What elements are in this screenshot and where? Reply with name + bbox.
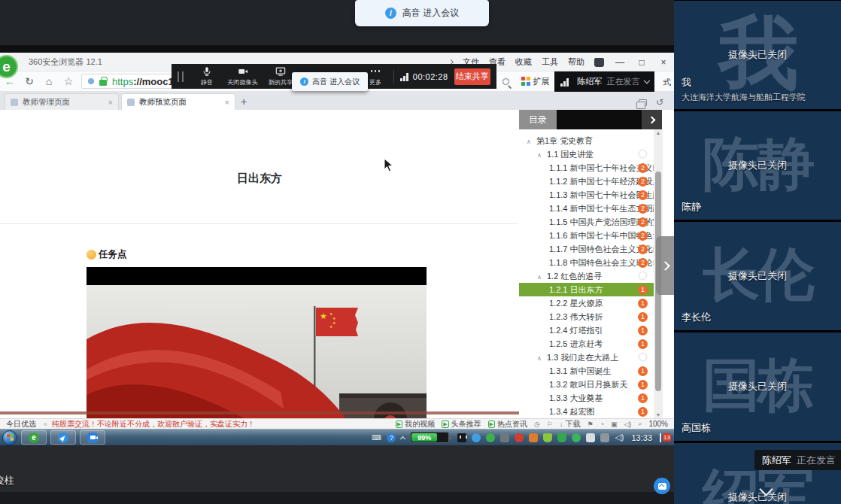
toc-item[interactable]: ∧1.3.4 起宏图 1 xyxy=(519,405,657,418)
toc-item[interactable]: ∧1.2.5 进京赶考 1 xyxy=(519,337,657,351)
mouse-cursor xyxy=(384,158,394,176)
action-center-icon[interactable]: 13 xyxy=(659,433,671,443)
toc-item[interactable]: ∧1.2.4 灯塔指引 1 xyxy=(519,323,657,337)
history-icon[interactable]: ◷ xyxy=(534,421,540,428)
toc-item[interactable]: ∧1.3.2 敢叫日月换新天 1 xyxy=(519,378,657,391)
reopen-closed-tab-icon[interactable]: ↺ xyxy=(656,98,663,107)
toc-item[interactable]: ∧1.2.1 日出东方 1 xyxy=(519,283,657,296)
reload-icon[interactable]: ↻ xyxy=(20,75,39,87)
new-tab-button[interactable]: + xyxy=(241,96,247,108)
flag-icon[interactable]: ⚐ xyxy=(547,421,553,428)
home-icon[interactable]: ⌂ xyxy=(39,75,59,87)
participant-tile[interactable]: 国栋 摄像头已关闭 高国栋 xyxy=(674,332,841,441)
find-icon[interactable]: ⌕ xyxy=(638,420,642,428)
browser-tab[interactable]: 教师管理页面 × xyxy=(5,93,119,110)
skin-icon[interactable] xyxy=(594,58,604,67)
toc-item[interactable]: ∧1.2.3 伟大转折 1 xyxy=(519,310,657,323)
restore-tabs-icon[interactable] xyxy=(639,99,647,106)
keyboard-icon[interactable]: ⌨ xyxy=(372,434,381,442)
taskbar-app-browser[interactable]: e xyxy=(21,430,47,445)
toc-item[interactable]: ∧1.2 红色的追寻 xyxy=(519,269,657,283)
caret-up-icon[interactable]: ∧ xyxy=(537,149,547,161)
tray-check-icon[interactable] xyxy=(572,433,581,442)
caret-up-icon[interactable]: ∧ xyxy=(537,271,547,283)
zoom-level[interactable]: 100% xyxy=(648,420,668,428)
statusbar-link[interactable]: ▶热点资讯 xyxy=(488,419,527,430)
participant-tile[interactable]: 长伦 摄像头已关闭 李长伦 xyxy=(674,222,841,330)
participant-tile[interactable]: 我 摄像头已关闭 我 大连海洋大学航海与船舶工程学院 xyxy=(674,1,841,109)
toc-item[interactable]: ∧1.1.1 新中国七十年社会主义制... 2 xyxy=(519,161,657,175)
tray-shield-icon[interactable] xyxy=(557,433,566,442)
scroll-up-icon[interactable]: ▲ xyxy=(654,130,663,135)
chevron-down-icon[interactable] xyxy=(643,77,649,83)
toc-item[interactable]: ∧1.1.3 新中国七十年社会民生建... 2 xyxy=(519,188,657,202)
battery-indicator[interactable]: 99% xyxy=(410,432,449,443)
toc-item[interactable]: ∧1.1.2 新中国七十年经济建设成... 2 xyxy=(519,175,657,188)
toc-item[interactable]: ∧1.3.3 大业奠基 1 xyxy=(519,391,657,405)
reading-mode-icon[interactable]: ◔ xyxy=(600,421,604,428)
tray-utility-icon[interactable] xyxy=(529,433,538,442)
panel-expand-handle[interactable] xyxy=(656,236,674,295)
toc-item[interactable]: ∧1.2.2 星火燎原 1 xyxy=(519,296,657,310)
stock-ticker[interactable]: 纯股票交流！不论附近不分成，欢迎散户验证，实盘证实力！ xyxy=(52,419,255,430)
svg-text:★: ★ xyxy=(329,324,333,329)
tray-360-icon[interactable] xyxy=(486,433,495,442)
search-icon[interactable] xyxy=(502,78,509,85)
close-button[interactable]: × xyxy=(657,57,669,68)
tab-close-icon[interactable]: × xyxy=(108,98,113,107)
split-window-icon[interactable]: ▣ xyxy=(611,421,618,428)
toc-item[interactable]: ∧1.1.8 中国特色社会主义理论自... 2 xyxy=(519,256,657,269)
mute-button[interactable]: 静音 xyxy=(191,64,223,89)
tray-browser-icon[interactable] xyxy=(472,433,481,442)
speaking-indicator-banner[interactable]: 陈绍军 正在发言 xyxy=(554,71,654,92)
toc-item[interactable]: ∧1.1 国史讲堂 xyxy=(519,147,657,161)
statusbar-link[interactable]: ▶我的视频 xyxy=(396,419,435,430)
menu-item[interactable]: 帮助 xyxy=(568,56,584,68)
caret-up-icon[interactable]: ∧ xyxy=(527,135,536,147)
tab-close-icon[interactable]: × xyxy=(225,98,229,107)
mute-page-icon[interactable]: ◁) xyxy=(624,421,631,428)
end-share-button[interactable]: 结束共享 xyxy=(454,68,490,85)
tray-clipboard-icon[interactable] xyxy=(586,433,595,442)
statusbar-link[interactable]: ▶头条推荐 xyxy=(442,419,481,430)
chat-bubble-icon[interactable] xyxy=(654,478,670,494)
banner-icon[interactable]: ⚑ xyxy=(587,421,593,428)
start-button[interactable] xyxy=(2,430,17,445)
task-point-icon xyxy=(87,250,96,260)
tray-expand-icon[interactable] xyxy=(400,436,405,441)
caret-up-icon[interactable]: ∧ xyxy=(537,352,547,364)
tray-phone-icon[interactable] xyxy=(600,433,609,442)
maximize-button[interactable]: □ xyxy=(636,57,648,68)
star-icon[interactable]: ☆ xyxy=(59,75,78,87)
drag-handle-icon[interactable] xyxy=(178,71,184,82)
extensions-label[interactable]: 扩展 xyxy=(533,76,550,87)
help-icon[interactable]: ? xyxy=(387,433,396,442)
video-player[interactable]: ★ ★ ★ ★ ★ xyxy=(87,267,427,418)
download-button[interactable]: ↓下载 xyxy=(560,419,581,430)
toc-item[interactable]: ∧1.3 我们走在大路上 xyxy=(519,351,657,364)
extensions-icon[interactable] xyxy=(521,77,530,86)
tray-app-icon[interactable] xyxy=(500,433,509,442)
taskbar-app-navigator[interactable] xyxy=(50,430,76,445)
browser-tab[interactable]: 教师预览页面 × xyxy=(121,93,235,110)
tray-antivirus-icon[interactable] xyxy=(515,433,524,442)
statusbar-left-label[interactable]: 今日优选 xyxy=(6,419,36,430)
minimize-button[interactable]: — xyxy=(614,57,626,68)
toc-item[interactable]: ∧1.3.1 新中国诞生 1 xyxy=(519,364,657,378)
tray-shield-up-icon[interactable] xyxy=(543,433,552,442)
toc-item[interactable]: ∧第1章 党史教育 xyxy=(519,134,657,147)
toc-item[interactable]: ∧1.1.5 中国共产党治国理政的宝... 2 xyxy=(519,215,657,229)
toc-collapse-button[interactable] xyxy=(642,110,662,129)
toc-tab[interactable]: 目录 xyxy=(519,110,557,129)
participant-tile[interactable]: 陈静 摄像头已关闭 陈静 xyxy=(674,111,841,220)
menu-item[interactable]: 工具 xyxy=(542,56,558,68)
taskbar-app-meeting[interactable] xyxy=(80,430,105,445)
menu-item[interactable]: 收藏 xyxy=(515,56,532,68)
taskbar-clock[interactable]: 13:33 xyxy=(631,433,652,442)
volume-icon[interactable]: ◁) xyxy=(615,433,624,442)
toc-item[interactable]: ∧1.1.7 中国特色社会主义文化自... 2 xyxy=(519,242,657,256)
camera-off-button[interactable]: 关闭摄像头 xyxy=(223,64,263,89)
toc-item[interactable]: ∧1.1.6 新中国七十年中国特色大... 2 xyxy=(519,229,657,242)
toc-item[interactable]: ∧1.1.4 新中国七十年生态文明建... 2 xyxy=(519,202,657,215)
scroll-down-icon[interactable]: ▼ xyxy=(654,412,663,417)
